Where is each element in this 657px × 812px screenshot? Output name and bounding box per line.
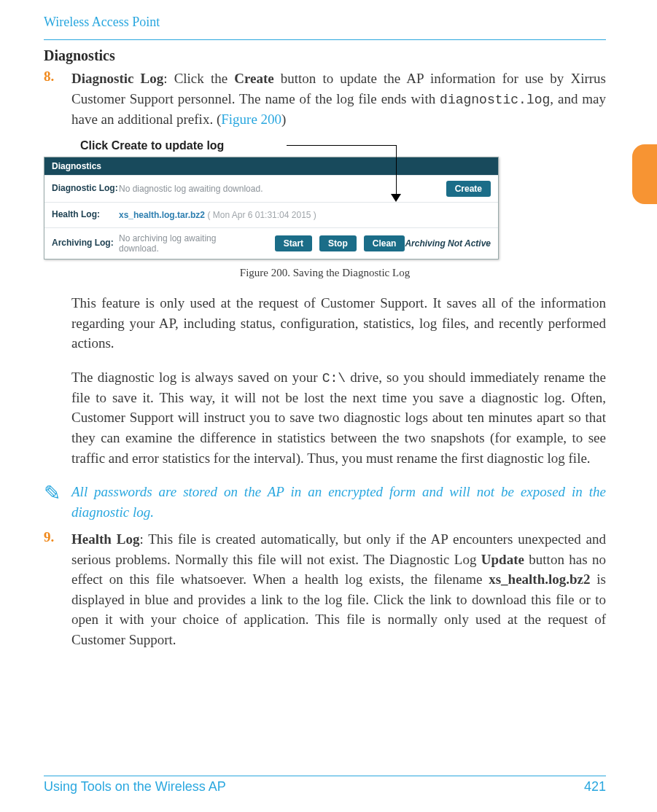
diagnostic-log-row: Diagnostic Log: No diagnostic log awaiti… xyxy=(44,175,498,202)
paragraph-save-instructions: The diagnostic log is always saved on yo… xyxy=(71,367,606,468)
item9-text: Health Log: This file is created automat… xyxy=(71,529,606,649)
footer: Using Tools on the Wireless AP 421 xyxy=(44,776,606,795)
list-number-9: 9. xyxy=(44,529,71,649)
diagnostics-panel: Diagnostics Diagnostic Log: No diagnosti… xyxy=(44,157,499,259)
archiving-log-row-text: No archiving log awaiting download. xyxy=(119,233,241,254)
create-button[interactable]: Create xyxy=(446,181,491,197)
health-log-filename: xs_health.log.bz2 xyxy=(489,571,590,587)
health-log-row-value: xs_health.log.tar.bz2 ( Mon Apr 6 01:31:… xyxy=(119,210,491,220)
side-tab xyxy=(632,144,657,204)
health-log-file-link[interactable]: xs_health.log.tar.bz2 xyxy=(119,210,205,220)
list-number-8: 8. xyxy=(44,69,71,129)
pencil-icon: ✎ xyxy=(44,482,71,504)
page: Wireless Access Point Diagnostics 8. Dia… xyxy=(0,0,657,812)
figure-caption: Figure 200. Saving the Diagnostic Log xyxy=(121,267,529,279)
paragraph-feature-description: This feature is only used at the request… xyxy=(71,293,606,354)
panel-title: Diagnostics xyxy=(44,157,498,175)
stop-button[interactable]: Stop xyxy=(319,235,357,251)
clean-button[interactable]: Clean xyxy=(364,235,405,251)
header-rule xyxy=(44,39,606,40)
item8-text: Diagnostic Log: Click the Create button … xyxy=(71,69,606,129)
running-header: Wireless Access Point xyxy=(44,15,606,34)
archiving-log-row: Archiving Log: No archiving log awaiting… xyxy=(44,227,498,259)
start-button[interactable]: Start xyxy=(275,235,312,251)
list-item-8: 8. Diagnostic Log: Click the Create butt… xyxy=(44,69,606,129)
health-log-row: Health Log: xs_health.log.tar.bz2 ( Mon … xyxy=(44,202,498,227)
note-text: All passwords are stored on the AP in an… xyxy=(71,482,606,522)
footer-left: Using Tools on the Wireless AP xyxy=(44,779,226,795)
archiving-log-row-label: Archiving Log: xyxy=(52,238,119,249)
diagnostic-log-label: Diagnostic Log xyxy=(71,71,163,86)
archiving-status: Archiving Not Active xyxy=(405,238,491,249)
update-word: Update xyxy=(481,552,524,567)
section-title: Diagnostics xyxy=(44,47,606,64)
callout-label: Click Create to update log xyxy=(80,139,606,152)
health-log-row-label: Health Log: xyxy=(52,210,119,220)
list-item-9: 9. Health Log: This file is created auto… xyxy=(44,529,606,649)
c-drive: C:\ xyxy=(322,371,346,386)
diagnostic-log-row-text: No diagnostic log awaiting download. xyxy=(119,184,442,194)
screenshot: Diagnostics Diagnostic Log: No diagnosti… xyxy=(44,157,497,259)
health-log-timestamp: ( Mon Apr 6 01:31:04 2015 ) xyxy=(207,210,316,220)
health-log-label: Health Log xyxy=(71,531,139,547)
figure-200-link[interactable]: Figure 200 xyxy=(221,112,281,127)
archiving-buttons: Start Stop Clean xyxy=(271,235,405,251)
create-word: Create xyxy=(234,71,274,86)
note-block: ✎ All passwords are stored on the AP in … xyxy=(44,482,606,522)
diagnostic-log-filename: diagnostic.log xyxy=(440,93,550,107)
page-number: 421 xyxy=(584,779,606,795)
diagnostic-log-row-label: Diagnostic Log: xyxy=(52,184,119,194)
